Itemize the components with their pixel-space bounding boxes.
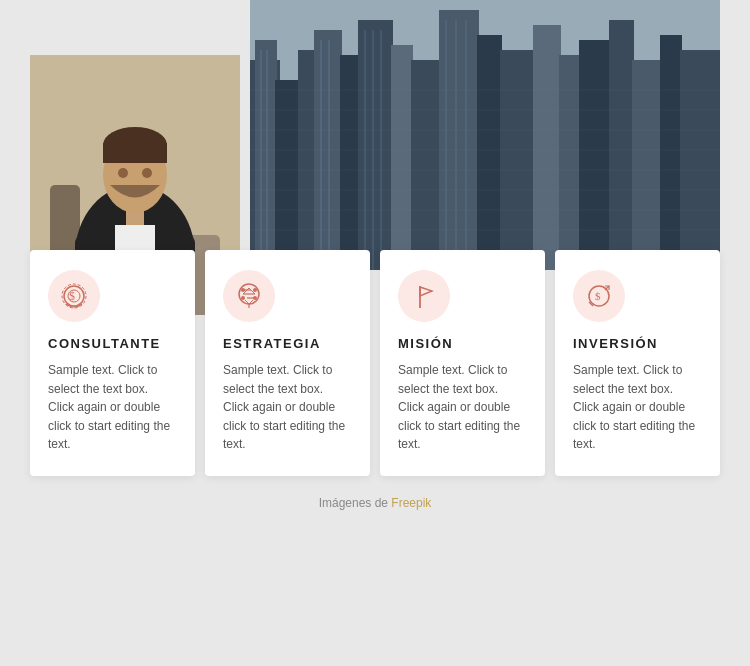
svg-rect-18	[660, 35, 682, 270]
svg-point-61	[241, 288, 245, 292]
svg-rect-4	[298, 50, 316, 270]
svg-point-47	[118, 168, 128, 178]
card-text-mision[interactable]: Sample text. Click to select the text bo…	[398, 361, 527, 454]
card-text-consultante[interactable]: Sample text. Click to select the text bo…	[48, 361, 177, 454]
svg-rect-27	[445, 20, 447, 270]
page-wrapper: $ CONSULTANTE Sample text. Click to sele…	[0, 0, 750, 666]
svg-rect-12	[500, 50, 535, 270]
svg-rect-13	[533, 25, 561, 270]
svg-rect-19	[680, 50, 720, 270]
svg-rect-17	[632, 60, 662, 270]
svg-point-48	[142, 168, 152, 178]
city-image	[250, 0, 720, 270]
svg-point-63	[241, 296, 245, 300]
card-consultante[interactable]: $ CONSULTANTE Sample text. Click to sele…	[30, 250, 195, 476]
svg-text:$: $	[595, 290, 601, 302]
card-title-estrategia: ESTRATEGIA	[223, 336, 352, 351]
card-icon-mision	[398, 270, 450, 322]
card-icon-estrategia	[223, 270, 275, 322]
cards-section: $ CONSULTANTE Sample text. Click to sele…	[0, 250, 750, 476]
svg-rect-9	[411, 60, 441, 270]
svg-rect-28	[455, 20, 457, 270]
card-icon-consultante: $	[48, 270, 100, 322]
card-title-inversion: INVERSIÓN	[573, 336, 702, 351]
card-icon-inversion: $	[573, 270, 625, 322]
freepik-link[interactable]: Freepik	[391, 496, 431, 510]
svg-point-64	[253, 296, 257, 300]
card-estrategia[interactable]: ESTRATEGIA Sample text. Click to select …	[205, 250, 370, 476]
card-inversion[interactable]: $ INVERSIÓN Sample text. Click to select…	[555, 250, 720, 476]
svg-rect-7	[358, 20, 393, 270]
card-text-estrategia[interactable]: Sample text. Click to select the text bo…	[223, 361, 352, 454]
svg-rect-16	[609, 20, 634, 270]
card-title-consultante: CONSULTANTE	[48, 336, 177, 351]
svg-rect-8	[391, 45, 413, 270]
svg-rect-11	[477, 35, 502, 270]
svg-rect-14	[559, 55, 581, 270]
svg-rect-6	[340, 55, 360, 270]
card-mision[interactable]: MISIÓN Sample text. Click to select the …	[380, 250, 545, 476]
footer: Imágenes de Freepik	[0, 496, 750, 520]
footer-text: Imágenes de	[319, 496, 392, 510]
card-title-mision: MISIÓN	[398, 336, 527, 351]
svg-rect-15	[579, 40, 611, 270]
svg-rect-3	[275, 80, 300, 270]
svg-point-62	[253, 288, 257, 292]
card-text-inversion[interactable]: Sample text. Click to select the text bo…	[573, 361, 702, 454]
svg-rect-29	[465, 20, 467, 270]
svg-rect-46	[103, 143, 167, 163]
